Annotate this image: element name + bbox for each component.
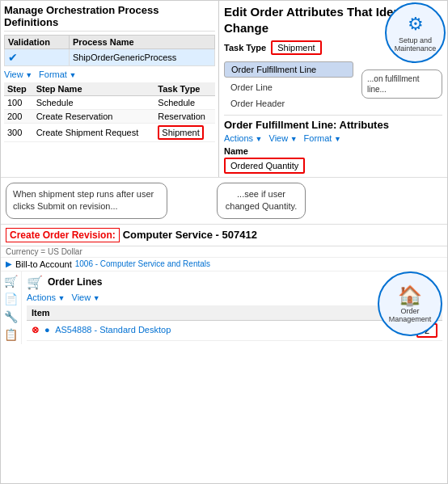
step-name: Schedule <box>33 96 155 110</box>
expand-icon[interactable]: ▶ <box>6 259 12 268</box>
order-revision-title: Computer Service - 507412 <box>123 229 257 241</box>
task-type-col-header: Task Type <box>154 82 215 96</box>
actions-dropdown[interactable]: Actions <box>224 133 263 143</box>
blue-dot-icon: ● <box>44 325 50 335</box>
step-num: 300 <box>4 124 33 142</box>
step-num: 100 <box>4 96 33 110</box>
ol-view-dropdown[interactable]: View <box>72 293 100 302</box>
step-num: 200 <box>4 110 33 124</box>
error-icon: ⊗ <box>32 325 39 335</box>
sidebar-icon-1: 📄 <box>4 293 18 305</box>
order-mgmt-icon: 🏠 <box>398 284 422 307</box>
order-line-row[interactable]: ⊗ ● AS54888 - Standard Desktop 2 <box>27 320 442 340</box>
validation-header: Validation <box>5 36 70 49</box>
bill-to-value: 1006 - Computer Service and Rentals <box>75 259 210 268</box>
step-col-header: Step <box>4 82 33 96</box>
order-lines-cart-icon: 🛒 <box>27 275 43 290</box>
format-dropdown[interactable]: Format <box>304 133 341 143</box>
step-name: Create Shipment Request <box>33 124 155 142</box>
task-type-shipment: Shipment <box>154 124 215 142</box>
step-row-200[interactable]: 200 Create Reservation Reservation <box>4 110 215 124</box>
bill-to-row: ▶ Bill-to Account 1006 - Computer Servic… <box>1 258 447 271</box>
sidebar-icon-3: 📋 <box>4 328 18 341</box>
order-revision-header: Create Order Revision: Computer Service … <box>1 225 447 246</box>
left-sidebar: 🛒 📄 🔧 📋 <box>1 271 22 344</box>
step-name: Create Reservation <box>33 110 155 124</box>
sidebar-icon-2: 🔧 <box>4 310 18 323</box>
step-name-col-header: Step Name <box>33 82 155 96</box>
process-name-header: Process Name <box>69 36 214 49</box>
cart-icon: 🛒 <box>4 275 18 288</box>
edit-order-panel: ⚙ Setup and Maintenance Edit Order Attri… <box>219 1 447 177</box>
fulfillment-note-callout: ...on fulfillment line... <box>361 69 442 99</box>
task-type: Reservation <box>154 110 215 124</box>
order-lines-label: Order Lines <box>48 276 102 288</box>
order-management-circle: 🏠 Order Management <box>378 271 442 336</box>
currency-row: Currency = US Dollar <box>1 246 447 258</box>
steps-table: Step Step Name Task Type 100 Schedule Sc… <box>4 82 215 142</box>
bill-to-label: Bill-to Account <box>15 259 72 269</box>
view-format-bar: View Format <box>4 69 215 79</box>
attributes-section: Order Fulfillment Line: Attributes Actio… <box>224 115 442 174</box>
attributes-title: Order Fulfillment Line: Attributes <box>224 119 442 131</box>
fulfillment-btn[interactable]: Order Fulfillment Line <box>224 61 353 78</box>
process-row[interactable]: ✔ ShipOrderGenericProcess <box>5 49 215 66</box>
validation-checkmark: ✔ <box>5 49 70 66</box>
process-name-value: ShipOrderGenericProcess <box>69 49 214 66</box>
item-cell: ⊗ ● AS54888 - Standard Desktop <box>27 320 344 340</box>
gear-icon: ⚙ <box>408 14 424 35</box>
shipment-callout: When shipment step runs after user click… <box>6 183 167 219</box>
attributes-actions-bar: Actions View Format <box>224 133 442 143</box>
changed-callout: ...see if user changed Quantity. <box>217 183 306 219</box>
ol-actions-dropdown[interactable]: Actions <box>27 293 66 302</box>
view-dropdown[interactable]: View <box>4 69 32 79</box>
item-name[interactable]: AS54888 - Standard Desktop <box>55 325 171 335</box>
task-type-label: Task Type <box>224 43 266 53</box>
order-revision-label: Create Order Revision: <box>6 228 120 242</box>
step-row-300[interactable]: 300 Create Shipment Request Shipment <box>4 124 215 142</box>
step-row-100[interactable]: 100 Schedule Schedule <box>4 96 215 110</box>
middle-callout-section: When shipment step runs after user click… <box>1 178 447 225</box>
format-dropdown[interactable]: Format <box>39 69 76 79</box>
setup-maintenance-circle: ⚙ Setup and Maintenance <box>385 2 446 63</box>
name-column-header: Name <box>224 146 442 156</box>
task-type-value: Shipment <box>271 40 321 55</box>
orchestration-panel: Manage Orchestration Process Definitions… <box>1 1 219 177</box>
ordered-quantity-value: Ordered Quantity <box>224 158 305 174</box>
view-dropdown[interactable]: View <box>269 133 298 143</box>
task-type: Schedule <box>154 96 215 110</box>
panel-title: Manage Orchestration Process Definitions <box>4 4 215 32</box>
order-header-option[interactable]: Order Header <box>224 97 442 110</box>
order-mgmt-label: Order Management <box>379 307 441 323</box>
item-col-header: Item <box>27 305 344 321</box>
setup-label: Setup and Maintenance <box>387 36 444 53</box>
bottom-section: 🏠 Order Management Create Order Revision… <box>1 225 447 344</box>
order-lines-title: 🛒 Order Lines <box>27 275 442 290</box>
process-table: Validation Process Name ✔ ShipOrderGener… <box>4 35 215 66</box>
